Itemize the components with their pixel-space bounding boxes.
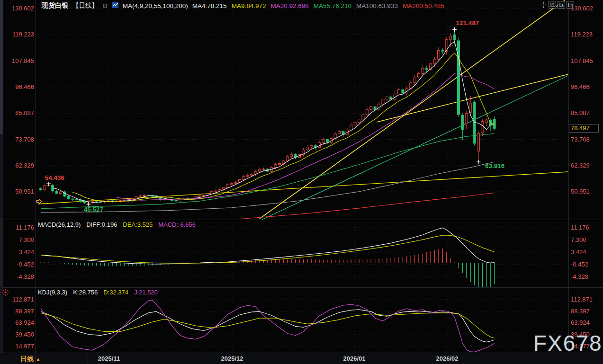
pan-crosshair-icon[interactable] [540,1,547,9]
macd-value-label: DIFF:0.196 [86,221,117,228]
axis-label: 73.708 [571,136,602,143]
current-price-badge: 78.497 [569,124,599,133]
kdj-value-label: KDJ(9,3,3) [38,289,67,296]
symbol-name: 现货白银 [42,1,68,10]
ma-value-label: MA4:78.215 [192,2,227,9]
axis-label: 63.924 [571,320,602,326]
ma-line-4 [53,42,494,202]
panel-separator-macd [3,220,603,220]
axis-label: 119.223 [571,31,602,38]
axis-label: 107.845 [4,58,34,64]
collapse-icon[interactable]: ⊖ [102,2,108,9]
ma-value-label: MA100:63.933 [356,2,398,9]
axis-separator-right [568,0,569,353]
time-axis-label: 2025/12 [221,355,243,362]
trendlines-layer [38,0,568,220]
annotations-layer: 54.43645.527121.48763.916 [45,19,505,213]
axis-label: 96.466 [571,84,602,90]
price-annotation: 63.916 [485,162,505,169]
axis-label: 62.329 [4,162,34,169]
price-annotation: 45.527 [84,206,103,213]
axis-label: 73.708 [4,136,34,143]
time-axis-label: 2025/11 [98,355,120,362]
time-axis-label: 2026/01 [343,355,366,362]
macd-layer [41,228,495,287]
axis-label: 96.466 [4,84,34,90]
computed-ma-layer [53,42,494,202]
time-axis-label: 2026/02 [436,355,459,362]
axis-label: 14.977 [4,343,34,350]
axis-label: 112.871 [571,296,602,303]
chart-toolbar [540,1,574,9]
macd-value-label: MACD:-6.656 [158,221,196,228]
axis-label: 62.329 [571,162,602,169]
kdj-value-label: J:21.520 [134,289,158,296]
axis-label: 130.602 [4,5,34,12]
axis-label: 85.087 [571,110,602,116]
price-chart-canvas[interactable]: 54.43645.527121.48763.916 [0,0,603,353]
ma-value-label: MA200:50.485 [403,2,444,9]
axis-label: 3.424 [571,249,602,256]
axis-label: -0.452 [571,261,602,268]
kdj-value-label: K:28.756 [73,289,98,296]
macd-header: MACD(26,12,9)DIFF:0.196DEA:3.525MACD:-6.… [38,221,196,228]
kdj-value-label: D:32.374 [103,289,128,296]
axis-label: 63.924 [4,320,34,326]
bottom-bar-separator [36,353,36,364]
axis-label: 7.300 [571,237,602,243]
axis-separator-left [36,0,36,353]
chart-window: 54.43645.527121.48763.916 现货白银 【日线】 ⊖ MA… [0,0,603,364]
bottom-bar-separator [88,353,88,364]
price-annotation: 121.487 [456,19,479,27]
axis-label: 88.397 [571,308,602,315]
ma-value-label: MA9:84.972 [232,2,266,9]
hot-indicator-icon[interactable] [1,288,9,298]
macd-value-label: MACD(26,12,9) [38,221,81,228]
axis-label: 11.176 [4,224,34,231]
axis-label: 119.223 [4,31,34,38]
axis-label: 88.397 [4,308,34,315]
pane-axis-right-icon[interactable] [558,1,565,9]
period-selector[interactable]: 日线 ▲ [20,355,41,364]
main-chart-header: 现货白银 【日线】 ⊖ MA(4,9,20,55,100,200) MA4:78… [42,1,444,10]
axis-label: -4.328 [4,274,34,280]
axis-label: -4.328 [571,274,602,280]
period-selector-label: 日线 [20,355,34,363]
ma-line-9 [72,53,494,202]
axis-label: 130.602 [571,5,602,12]
ma-values-list: MA4:78.215MA9:84.972MA20:92.698MA55:76.2… [192,2,444,9]
macd-value-label: DEA:3.525 [123,221,153,228]
pane-axis-up-icon[interactable] [549,1,556,9]
ma-settings-label: MA(4,9,20,55,100,200) [123,2,188,9]
candles-layer [40,29,496,204]
axis-label: 11.176 [571,224,602,231]
axis-label: 85.087 [4,110,34,116]
axis-label: 50.951 [4,188,34,195]
price-annotation: 54.436 [45,174,65,181]
period-tag: 【日线】 [72,1,98,10]
chevron-up-icon: ▲ [36,356,41,362]
axis-label: 107.845 [571,58,602,64]
ma-overlays-layer [41,133,495,219]
position-marker-icon [36,198,42,206]
panel-separator-kdj [3,287,603,288]
axis-label: 39.450 [4,331,34,338]
time-axis-bar[interactable]: 日线 ▲ 2025/112025/122026/012026/02 [0,353,603,364]
ma-value-label: MA20:92.698 [270,2,308,9]
kdj-header: KDJ(9,3,3)K:28.756D:32.374J:21.520 [38,289,158,296]
fx678-watermark: FX678 [533,330,603,356]
axis-label: 50.951 [571,188,602,195]
axis-label: -0.452 [4,261,34,268]
indicator-icon [112,2,118,9]
ma-value-label: MA55:76.210 [314,2,351,9]
axis-label: 3.424 [4,249,34,256]
axis-label: 7.300 [4,237,34,243]
